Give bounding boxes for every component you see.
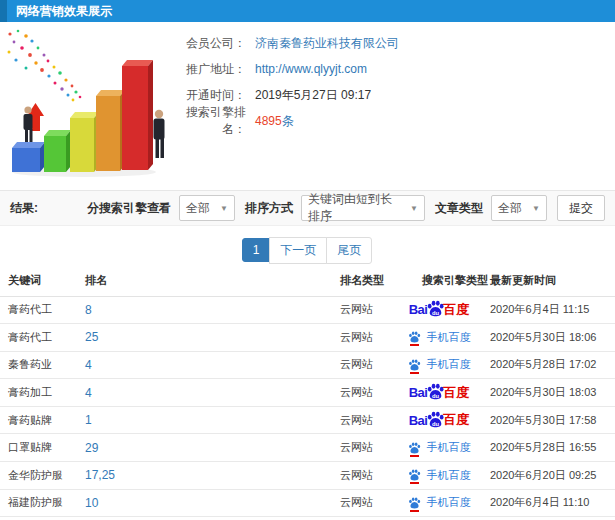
rank-link[interactable]: 25 — [85, 330, 98, 344]
mobile-baidu-logo: 手机百度 — [408, 357, 471, 372]
header-rank-type: 排名类型 — [335, 266, 390, 296]
rank-cell: 4 — [85, 351, 335, 379]
titlebar: 网络营销效果展示 — [0, 0, 615, 22]
table-header-row: 关键词 排名 排名类型 搜索引擎类型 最新更新时间 — [0, 266, 615, 296]
person-left — [24, 106, 33, 142]
baidu-paw-icon — [408, 331, 421, 343]
bar-red — [122, 60, 153, 170]
baidu-logo: Bai du 百度 — [409, 300, 470, 319]
baidu-logo: Bai du 百度 — [409, 411, 470, 430]
mobile-baidu-logo: 手机百度 — [408, 440, 471, 455]
rank-type-cell: 云网站 — [335, 489, 390, 517]
mobile-baidu-label: 手机百度 — [427, 330, 471, 345]
sort-filter-label: 排序方式 — [245, 200, 293, 217]
article-type-select[interactable]: 全部 ▼ — [491, 195, 547, 221]
growth-chart-illustration — [2, 28, 174, 180]
updated-cell: 2020年6月4日 11:15 — [488, 296, 615, 324]
keyword-cell: 秦鲁药业 — [0, 351, 85, 379]
header-updated: 最新更新时间 — [488, 266, 615, 296]
rank-cell: 25 — [85, 324, 335, 352]
page-title: 网络营销效果展示 — [16, 4, 112, 18]
sort-select[interactable]: 关键词由短到长排序 ▼ — [301, 195, 425, 221]
rank-type-cell: 云网站 — [335, 296, 390, 324]
rank-link[interactable]: 4 — [85, 358, 92, 372]
engine-rank-label: 搜索引擎排名： — [176, 104, 246, 138]
result-label: 结果: — [10, 200, 38, 217]
mobile-baidu-label: 手机百度 — [427, 468, 471, 483]
svg-text:du: du — [432, 310, 440, 316]
baidu-logo: Bai du 百度 — [409, 383, 470, 402]
table-row: 膏药贴牌 1 云网站 Bai du 百度 — [0, 406, 615, 434]
engine-cell: Bai du 百度 — [390, 324, 488, 352]
updated-cell: 2020年5月30日 18:03 — [488, 379, 615, 407]
baidu-logo-bai: Bai — [409, 302, 428, 317]
open-time-label: 开通时间： — [176, 87, 246, 104]
paw-underline — [410, 510, 419, 512]
submit-button[interactable]: 提交 — [557, 195, 605, 221]
mobile-baidu-logo: 手机百度 — [408, 495, 471, 510]
updated-cell: 2020年5月30日 17:58 — [488, 406, 615, 434]
promo-url-link[interactable]: http://www.qlyyjt.com — [255, 62, 367, 76]
company-label: 会员公司： — [176, 35, 246, 52]
rank-type-cell: 云网站 — [335, 462, 390, 490]
keyword-rank-table: 关键词 排名 排名类型 搜索引擎类型 最新更新时间 膏药代工 8 云网站 Bai — [0, 266, 615, 520]
rank-link[interactable]: 17,25 — [85, 468, 115, 482]
table-row: 福建防护服 10 云网站 Bai du 百度 — [0, 489, 615, 517]
engine-cell: Bai du 百度 — [390, 406, 488, 434]
keyword-cell: 膏药加工 — [0, 379, 85, 407]
chevron-down-icon: ▼ — [410, 204, 418, 213]
article-type-value: 全部 — [498, 200, 522, 217]
person-right — [154, 110, 165, 158]
rank-link[interactable]: 10 — [85, 496, 98, 510]
rank-link[interactable]: 1 — [85, 413, 92, 427]
engine-cell: Bai du 百度 — [390, 379, 488, 407]
company-link[interactable]: 济南秦鲁药业科技有限公司 — [255, 35, 399, 52]
header-rank: 排名 — [85, 266, 335, 296]
keyword-cell: 口罩贴牌 — [0, 434, 85, 462]
rank-link[interactable]: 8 — [85, 303, 92, 317]
keyword-cell: 金华防护服 — [0, 462, 85, 490]
baidu-paw-icon — [408, 442, 421, 454]
pagination: 1下一页尾页 — [0, 237, 615, 264]
engine-rank-unit: 条 — [282, 113, 294, 130]
bar-yellow — [70, 112, 99, 172]
engine-rank-count: 4895 — [255, 114, 282, 128]
rank-link[interactable]: 4 — [85, 386, 92, 400]
page-1-button[interactable]: 1 — [242, 238, 271, 262]
mobile-baidu-logo: 手机百度 — [408, 468, 471, 483]
mobile-baidu-label: 手机百度 — [427, 440, 471, 455]
rank-link[interactable]: 29 — [85, 441, 98, 455]
engine-rank-row: 搜索引擎排名： 4895 条 — [176, 108, 399, 134]
last-page-button[interactable]: 尾页 — [326, 237, 372, 264]
rank-type-cell: 云网站 — [335, 379, 390, 407]
svg-text:du: du — [432, 420, 440, 426]
promo-url-row: 推广地址： http://www.qlyyjt.com — [176, 56, 399, 82]
chevron-down-icon: ▼ — [532, 204, 540, 213]
rank-type-cell: 云网站 — [335, 406, 390, 434]
bar-orange — [96, 90, 125, 171]
baidu-logo-bai: Bai — [409, 385, 428, 400]
updated-cell: 2020年6月20日 09:25 — [488, 462, 615, 490]
rank-cell: 29 — [85, 434, 335, 462]
bar-blue — [12, 142, 45, 172]
rank-cell: 17,25 — [85, 462, 335, 490]
chevron-down-icon: ▼ — [220, 204, 228, 213]
filter-toolbar: 结果: 分搜索引擎查看 全部 ▼ 排序方式 关键词由短到长排序 ▼ 文章类型 全… — [0, 190, 615, 226]
engine-cell: Bai du 百度 — [390, 462, 488, 490]
rank-cell: 10 — [85, 489, 335, 517]
keyword-cell: 膏药代工 — [0, 296, 85, 324]
updated-cell: 2020年5月28日 17:02 — [488, 351, 615, 379]
next-page-button[interactable]: 下一页 — [269, 237, 327, 264]
engine-select[interactable]: 全部 ▼ — [179, 195, 235, 221]
company-row: 会员公司： 济南秦鲁药业科技有限公司 — [176, 30, 399, 56]
engine-cell: Bai du 百度 — [390, 489, 488, 517]
table-row: 金华防护服 17,25 云网站 Bai du 百度 — [0, 462, 615, 490]
rank-cell: 4 — [85, 379, 335, 407]
baidu-logo-bai: Bai — [409, 413, 428, 428]
header-engine-type: 搜索引擎类型 — [390, 266, 488, 296]
promo-url-label: 推广地址： — [176, 61, 246, 78]
keyword-cell: 膏药代工 — [0, 324, 85, 352]
engine-cell: Bai du 百度 — [390, 351, 488, 379]
table-row: 秦鲁药业 4 云网站 Bai du 百度 — [0, 351, 615, 379]
baidu-paw-icon — [408, 497, 421, 509]
